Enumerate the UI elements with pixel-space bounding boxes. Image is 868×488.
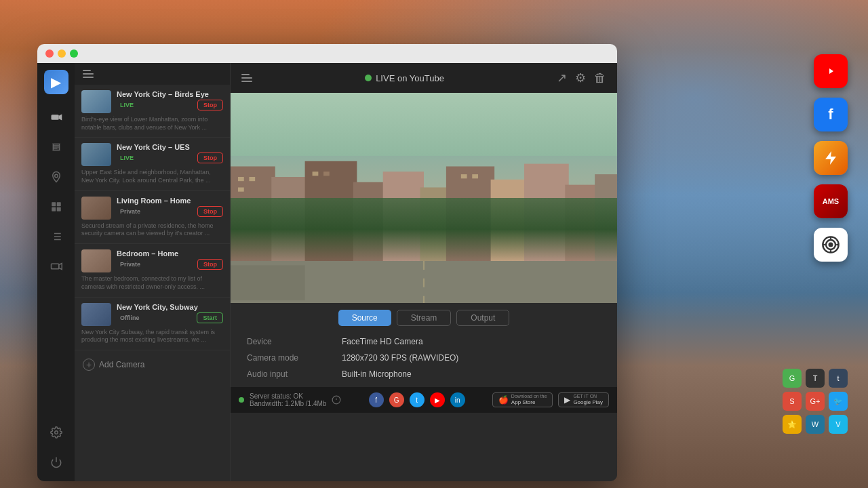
googleplay-badge[interactable]: ▶ GET IT ON Google Play xyxy=(558,392,609,407)
tab-stream[interactable]: Stream xyxy=(397,310,452,326)
google-social-icon[interactable]: G xyxy=(389,392,404,407)
svg-rect-32 xyxy=(249,177,255,181)
share-icon[interactable]: ↗ xyxy=(557,70,567,85)
camera-item-1[interactable]: New York City – Birds Eye LIVE Stop Bird… xyxy=(75,85,230,138)
camera-list: New York City – Birds Eye LIVE Stop Bird… xyxy=(75,63,231,481)
camera-info-4: Bedroom – Home Private Stop xyxy=(117,249,223,270)
googleplay-text: GET IT ON Google Play xyxy=(573,394,603,406)
sidebar-item-power[interactable] xyxy=(44,450,68,474)
camera-title-1: New York City – Birds Eye xyxy=(117,90,223,98)
mini-icon-gplus[interactable]: G+ xyxy=(806,392,825,411)
twitter-social-icon[interactable]: t xyxy=(410,392,425,407)
sidebar-item-grid[interactable] xyxy=(44,195,68,219)
start-button-5[interactable]: Start xyxy=(197,312,223,323)
camera-thumbnail-1 xyxy=(81,90,111,113)
sidebar: ▶ xyxy=(37,63,75,481)
tabs-row: Source Stream Output xyxy=(231,303,617,331)
info-icon xyxy=(332,395,341,405)
svg-rect-33 xyxy=(238,188,244,192)
main-window: ▶ xyxy=(37,44,617,481)
camera-mode-row: Camera mode 868x488 30 FPS (RAWVIDEO) xyxy=(247,353,601,363)
delete-icon[interactable]: 🗑 xyxy=(594,71,606,85)
source-info: Device FaceTime HD Camera Camera mode 12… xyxy=(231,331,617,387)
add-camera-button[interactable]: + Add Camera xyxy=(75,350,230,379)
device-row: Device FaceTime HD Camera xyxy=(247,337,601,346)
menu-icon[interactable] xyxy=(83,70,94,78)
bandwidth-text: Bandwidth: 1.2Mb /1.4Mb xyxy=(250,400,326,407)
sidebar-item-book[interactable] xyxy=(44,135,68,159)
mini-icon-w[interactable]: W xyxy=(806,415,825,434)
camera-item-5[interactable]: New York City, Subway Offline Start New … xyxy=(75,298,230,350)
settings-icon[interactable]: ⚙ xyxy=(575,70,586,85)
camera-info-2: New York City – UES LIVE Stop xyxy=(117,143,223,163)
sidebar-item-video[interactable] xyxy=(44,254,68,279)
mini-icon-star[interactable]: ⭐ xyxy=(783,415,802,434)
dock-facebook-icon[interactable]: f xyxy=(814,98,848,131)
svg-rect-34 xyxy=(313,171,319,176)
stop-button-2[interactable]: Stop xyxy=(197,152,223,163)
camera-item-4[interactable]: Bedroom – Home Private Stop The master b… xyxy=(75,244,230,297)
linkedin-social-icon[interactable]: in xyxy=(450,392,465,407)
appstore-text: Download on the App Store xyxy=(511,394,547,406)
camera-desc-5: New York City Subway, the rapid transit … xyxy=(81,329,223,344)
tab-output[interactable]: Output xyxy=(456,310,509,326)
dock-ams-icon[interactable]: AMS xyxy=(814,184,848,218)
top-bar: LIVE on YouTube ↗ ⚙ 🗑 xyxy=(231,63,617,93)
server-status-text: Server status: OK xyxy=(250,392,326,400)
sky-area xyxy=(231,93,617,156)
tab-source[interactable]: Source xyxy=(338,310,391,326)
maximize-button[interactable] xyxy=(70,49,78,58)
sidebar-item-cameras[interactable] xyxy=(44,105,68,129)
footer: Server status: OK Bandwidth: 1.2Mb /1.4M… xyxy=(231,387,617,413)
mini-icon-g[interactable]: G xyxy=(783,369,802,388)
mini-icon-v[interactable]: V xyxy=(829,415,848,434)
device-value: FaceTime HD Camera xyxy=(342,337,423,346)
svg-rect-9 xyxy=(56,207,60,211)
youtube-social-icon[interactable]: ▶ xyxy=(430,392,445,407)
facebook-social-icon[interactable]: f xyxy=(369,392,384,407)
appstore-badge[interactable]: 🍎 Download on the App Store xyxy=(492,392,553,407)
googleplay-sublabel: GET IT ON xyxy=(573,394,603,399)
svg-rect-16 xyxy=(51,264,58,269)
appstore-label: App Store xyxy=(511,399,536,405)
minimize-button[interactable] xyxy=(58,49,66,58)
mini-icon-twitter[interactable]: 🐦 xyxy=(829,392,848,411)
stop-button-3[interactable]: Stop xyxy=(197,206,223,217)
hamburger-line xyxy=(83,77,94,78)
mini-icon-s[interactable]: S xyxy=(783,392,802,411)
sidebar-item-list[interactable] xyxy=(44,224,68,249)
camera-item-3[interactable]: Living Room – Home Private Stop Secured … xyxy=(75,191,230,244)
stop-button-1[interactable]: Stop xyxy=(197,100,223,110)
sidebar-item-location[interactable] xyxy=(44,165,68,189)
sidebar-item-settings[interactable] xyxy=(44,420,68,445)
hamburger-line xyxy=(83,70,91,71)
top-bar-actions: ↗ ⚙ 🗑 xyxy=(557,70,606,85)
svg-rect-6 xyxy=(52,202,56,206)
mini-icon-tumblr[interactable]: t xyxy=(829,369,848,388)
mini-dock-row-2: S G+ 🐦 xyxy=(783,392,848,411)
svg-rect-31 xyxy=(238,177,244,181)
close-button[interactable] xyxy=(45,49,54,58)
camera-thumbnail-3 xyxy=(81,197,111,220)
camera-thumbnail-2 xyxy=(81,143,111,166)
sidebar-logo[interactable]: ▶ xyxy=(44,70,68,94)
status-badge-4: Private xyxy=(117,260,144,268)
footer-social: f G t ▶ in xyxy=(369,392,465,407)
hamburger-line xyxy=(83,73,94,75)
dock-lightning-icon[interactable] xyxy=(814,141,848,175)
svg-marker-1 xyxy=(58,115,62,121)
camera-title-2: New York City – UES xyxy=(117,143,223,151)
hamburger-line xyxy=(241,77,252,79)
mini-icon-t[interactable]: T xyxy=(806,369,825,388)
dock-youtube-icon[interactable] xyxy=(814,54,848,88)
add-camera-label: Add Camera xyxy=(99,360,144,369)
footer-left: Server status: OK Bandwidth: 1.2Mb /1.4M… xyxy=(239,392,341,407)
live-status-text: LIVE on YouTube xyxy=(376,73,444,83)
status-badge-2: LIVE xyxy=(117,154,137,162)
dock-target-icon[interactable] xyxy=(814,228,848,262)
camera-item-2[interactable]: New York City – UES LIVE Stop Upper East… xyxy=(75,138,230,190)
mini-dock-row-1: G T t xyxy=(783,369,848,388)
camera-list-header xyxy=(75,63,230,85)
menu-toggle-icon[interactable] xyxy=(241,74,252,82)
stop-button-4[interactable]: Stop xyxy=(197,259,223,270)
